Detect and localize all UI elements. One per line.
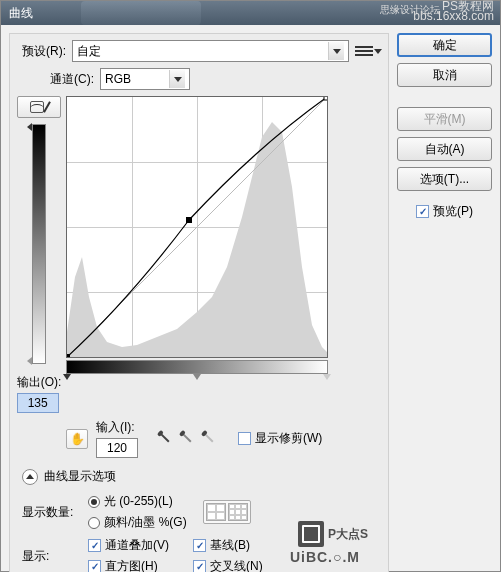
eyedropper-black-icon[interactable] [155,427,178,450]
check-baseline-label: 基线(B) [210,537,250,554]
channel-select[interactable]: RGB [100,68,190,90]
show-clipping-label: 显示修剪(W) [255,430,322,447]
input-label: 输入(I): [96,419,138,436]
preset-menu-button[interactable] [355,42,382,60]
input-group: 输入(I): [96,419,138,458]
watermark-logo-text: P大点S [328,526,368,543]
grid-size-toggle[interactable] [203,500,251,524]
check-overlay[interactable]: 通道叠加(V) [88,537,169,554]
smooth-button[interactable]: 平滑(M) [397,107,492,131]
radio-pigment[interactable]: 颜料/油墨 %(G) [88,514,187,531]
output-input[interactable] [17,393,59,413]
eyedropper-group [158,431,218,447]
dialog-title: 曲线 [9,5,33,22]
radio-pigment-label: 颜料/油墨 %(G) [104,514,187,531]
channel-label: 通道(C): [50,71,94,88]
checkbox-icon [88,539,101,552]
preset-label: 预设(R): [16,43,66,60]
output-group: 输出(O): [17,374,62,413]
options-button[interactable]: 选项(T)... [397,167,492,191]
check-histogram[interactable]: 直方图(H) [88,558,169,572]
preview-check[interactable]: 预览(P) [397,203,492,220]
chevron-down-icon [374,49,382,54]
eyedropper-gray-icon[interactable] [177,427,200,450]
curve-tool-toggle[interactable] [17,96,61,118]
radio-icon [88,496,100,508]
chevron-down-icon [169,70,185,88]
logo-icon [298,521,324,547]
watermark-url: UiBC.○.M [290,549,360,565]
checkbox-icon [88,560,101,572]
titlebar-blur [81,1,201,25]
checkbox-icon [416,205,429,218]
preset-select[interactable]: 自定 [72,40,349,62]
grid-fine-icon [228,503,248,521]
radio-light-label: 光 (0-255)(L) [104,493,173,510]
radio-icon [88,517,100,529]
main-panel: 预设(R): 自定 通道(C): RGB [9,33,389,572]
eyedropper-white-icon[interactable] [199,427,222,450]
output-label: 输出(O): [17,374,62,391]
side-panel: 确定 取消 平滑(M) 自动(A) 选项(T)... 预览(P) [397,33,492,572]
histogram [67,97,327,357]
show-label: 显示: [22,548,80,565]
pencil-icon [43,101,51,112]
cancel-button[interactable]: 取消 [397,63,492,87]
show-clipping-check[interactable]: 显示修剪(W) [238,430,322,447]
check-histogram-label: 直方图(H) [105,558,158,572]
check-intersection[interactable]: 交叉线(N) [193,558,263,572]
output-gradient [32,124,46,364]
check-baseline[interactable]: 基线(B) [193,537,263,554]
channel-value: RGB [105,72,131,86]
checkbox-icon [193,539,206,552]
display-amount-label: 显示数量: [22,504,80,521]
hand-icon: ✋ [70,432,85,446]
check-intersection-label: 交叉线(N) [210,558,263,572]
chevron-down-icon [328,42,344,60]
tool-column: 输出(O): [16,96,62,413]
graph-box [66,96,328,413]
watermark-logo: P大点S [298,521,368,547]
preset-value: 自定 [77,43,101,60]
preview-label: 预览(P) [433,203,473,220]
auto-button[interactable]: 自动(A) [397,137,492,161]
section-header-label: 曲线显示选项 [44,468,116,485]
radio-light[interactable]: 光 (0-255)(L) [88,493,187,510]
input-gradient[interactable] [66,360,328,374]
titlebar: 曲线 思缘设计论坛 PS教程网 bbs.16xx8.com [1,1,500,25]
check-overlay-label: 通道叠加(V) [105,537,169,554]
input-input[interactable] [96,438,138,458]
chevron-up-icon [26,474,34,479]
hand-tool[interactable]: ✋ [66,429,88,449]
checkbox-icon [238,432,251,445]
watermark-text: PS教程网 bbs.16xx8.com [413,1,494,21]
curve-canvas[interactable] [66,96,328,358]
expand-button[interactable] [22,469,38,485]
ok-button[interactable]: 确定 [397,33,492,57]
grid-coarse-icon [206,503,226,521]
menu-icon [355,42,373,60]
checkbox-icon [193,560,206,572]
